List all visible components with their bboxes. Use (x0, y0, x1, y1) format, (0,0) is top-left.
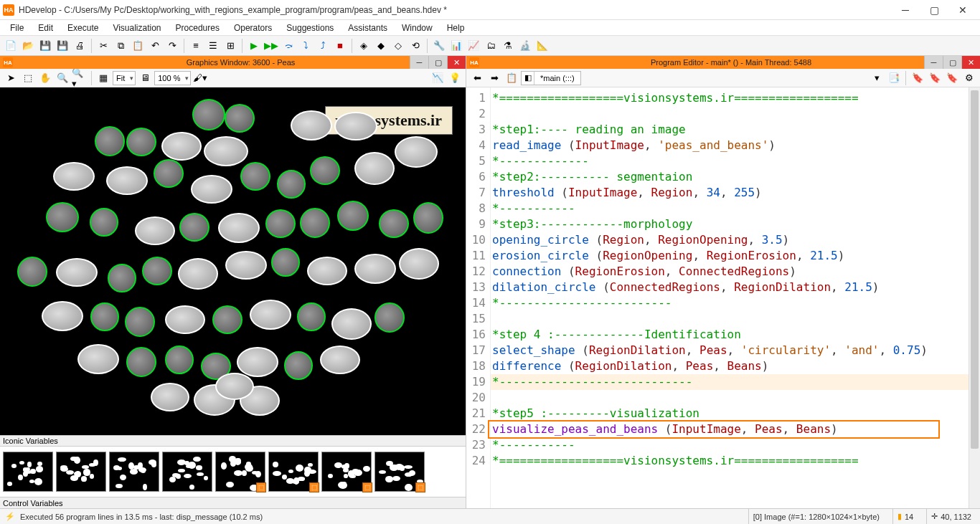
undo-icon[interactable]: ↶ (147, 38, 163, 54)
code-line[interactable]: dilation_circle (ConnectedRegions, Regio… (491, 280, 969, 295)
iconic-thumbnail[interactable]: ⬚ (374, 452, 425, 492)
iconic-thumbnail[interactable] (3, 452, 53, 492)
menu-procedures[interactable]: Procedures (169, 22, 227, 34)
stop-icon[interactable]: ■ (332, 38, 348, 54)
light-icon[interactable]: 💡 (447, 70, 463, 86)
zoom2-icon[interactable]: 🔍▾ (72, 70, 88, 86)
ed-btn3-icon[interactable]: 🔖 (910, 70, 925, 86)
iconic-thumbnail[interactable] (162, 452, 212, 492)
menu-window[interactable]: Window (395, 22, 440, 34)
menu-edit[interactable]: Edit (31, 22, 60, 34)
code-line[interactable]: *step5 :---------visualization (491, 406, 969, 421)
print-icon[interactable]: 🖨 (72, 38, 88, 54)
list2-icon[interactable]: ☰ (205, 38, 221, 54)
reset-icon[interactable]: ⟲ (407, 38, 423, 54)
code-line[interactable]: read_image (InputImage, 'peas_and_beans'… (491, 138, 969, 153)
iconic-thumbnail[interactable] (56, 452, 106, 492)
minimize-button[interactable]: ─ (410, 56, 428, 69)
tab-main[interactable]: *main (:::) (534, 72, 580, 85)
code-line[interactable]: *------------------------- (491, 295, 969, 311)
bp3-icon[interactable]: ◇ (390, 38, 406, 54)
list-icon[interactable]: ≡ (188, 38, 204, 54)
iconic-thumbnail[interactable] (109, 452, 159, 492)
code-lines[interactable]: *==================visionsystems.ir=====… (491, 87, 969, 508)
assist2-icon[interactable]: 📊 (448, 38, 464, 54)
save2-icon[interactable]: 💾 (55, 38, 70, 54)
display-icon[interactable]: 🖥 (137, 70, 153, 86)
menu-suggestions[interactable]: Suggestions (279, 22, 341, 34)
ed-btn4-icon[interactable]: 🔖 (927, 70, 943, 86)
maximize-button[interactable]: ▢ (943, 56, 961, 69)
assist7-icon[interactable]: 📐 (534, 38, 550, 54)
code-line[interactable]: *==================visionsystems.ir=====… (491, 453, 969, 469)
back-icon[interactable]: ⬅ (469, 70, 485, 86)
forward-icon[interactable]: ➡ (486, 70, 502, 86)
minimize-button[interactable]: ─ (891, 1, 920, 19)
paste-icon[interactable]: 📋 (130, 38, 146, 54)
code-line[interactable]: *==================visionsystems.ir=====… (491, 90, 969, 106)
tab-dropdown-icon[interactable]: ◧ (522, 72, 534, 85)
maximize-button[interactable]: ▢ (428, 56, 447, 69)
code-line[interactable] (491, 106, 969, 122)
iconic-thumbnail[interactable]: ⬚ (321, 452, 372, 492)
code-line[interactable]: connection (RegionErosion, ConnectedRegi… (491, 264, 969, 280)
run-icon[interactable]: ▶ (246, 38, 262, 54)
close-button[interactable]: ✕ (948, 1, 977, 19)
new-icon[interactable]: 📄 (3, 38, 19, 54)
minimize-button[interactable]: ─ (924, 56, 943, 69)
close-button[interactable]: ✕ (961, 56, 980, 69)
save-icon[interactable]: 💾 (37, 38, 53, 54)
menu-execute[interactable]: Execute (60, 22, 105, 34)
brush-icon[interactable]: 🖌▾ (192, 70, 208, 86)
pointer-icon[interactable]: ➤ (3, 70, 19, 86)
close-button[interactable]: ✕ (447, 56, 466, 69)
assist6-icon[interactable]: 🔬 (517, 38, 533, 54)
code-line[interactable]: *----------- (491, 201, 969, 216)
run-to-end-icon[interactable]: ▶▶ (263, 38, 279, 54)
code-line[interactable]: *------------- (491, 153, 969, 169)
ed-btn1-icon[interactable]: ▾ (869, 70, 885, 86)
menu-visualization[interactable]: Visualization (105, 22, 168, 34)
cut-icon[interactable]: ✂ (95, 38, 111, 54)
code-line[interactable]: *step3:------------morphology (491, 216, 969, 232)
grid-icon[interactable]: ▦ (95, 70, 111, 86)
iconic-thumbnail[interactable]: ⬚ (268, 452, 319, 492)
assist4-icon[interactable]: 🗂 (483, 38, 499, 54)
code-line[interactable]: threshold (InputImage, Region, 34, 255) (491, 185, 969, 201)
breakpoint-icon[interactable]: ◈ (356, 38, 372, 54)
menu-operators[interactable]: Operators (227, 22, 279, 34)
code-line[interactable] (491, 311, 969, 327)
fit-dropdown[interactable]: Fit (113, 71, 136, 85)
scroll-thumb[interactable] (971, 90, 979, 449)
ed-btn5-icon[interactable]: 🔖 (944, 70, 960, 86)
code-line[interactable]: opening_circle (Region, RegionOpening, 3… (491, 232, 969, 248)
graphics-canvas[interactable]: visionsystems.ir (0, 87, 466, 435)
step-into-icon[interactable]: ⤵ (298, 38, 314, 54)
ed-btn6-icon[interactable]: ⚙ (961, 70, 977, 86)
menu-help[interactable]: Help (440, 22, 472, 34)
open-icon[interactable]: 📂 (20, 38, 36, 54)
zoom-dropdown[interactable]: 100 % (154, 71, 191, 85)
menu-file[interactable]: File (3, 22, 31, 34)
select-icon[interactable]: ⬚ (20, 70, 36, 86)
code-line[interactable] (491, 390, 969, 406)
code-line[interactable]: *step1:---- reading an image (491, 122, 969, 138)
pan-icon[interactable]: ✋ (37, 70, 53, 86)
code-line[interactable]: erosion_circle (RegionOpening, RegionEro… (491, 248, 969, 264)
code-line[interactable]: difference (RegionDilation, Peas, Beans) (491, 358, 969, 374)
copy-icon[interactable]: 📋 (504, 70, 519, 86)
step-out-icon[interactable]: ⤴ (315, 38, 331, 54)
step-over-icon[interactable]: ⤼ (281, 38, 296, 54)
code-line[interactable]: *step 4 :-------------Identification (491, 327, 969, 343)
assist1-icon[interactable]: 🔧 (431, 38, 447, 54)
scrollbar[interactable] (969, 87, 980, 508)
bp2-icon[interactable]: ◆ (373, 38, 389, 54)
profile-icon[interactable]: 📉 (430, 70, 446, 86)
menu-assistants[interactable]: Assistants (341, 22, 395, 34)
redo-icon[interactable]: ↷ (164, 38, 180, 54)
code-line[interactable]: select_shape (RegionDilation, Peas, 'cir… (491, 343, 969, 358)
maximize-button[interactable]: ▢ (920, 1, 948, 19)
ed-btn2-icon[interactable]: 📑 (886, 70, 902, 86)
copy-icon[interactable]: ⧉ (113, 38, 128, 54)
code-line[interactable]: *---------------------------- (491, 374, 969, 390)
